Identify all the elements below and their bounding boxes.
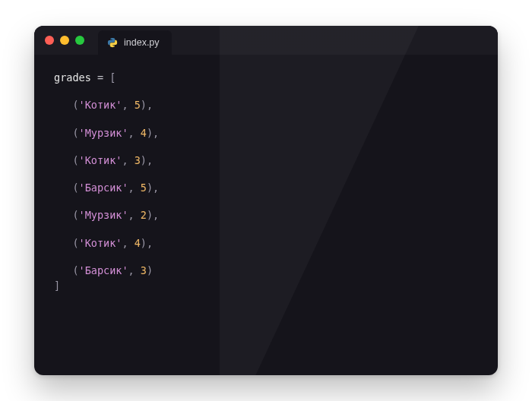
paren-open: ( [72, 154, 78, 166]
editor-window: index.py grades = [ ('Котик', 5),('Мурзи… [34, 26, 498, 375]
paren-open: ( [72, 237, 78, 249]
code-line: ] [54, 278, 478, 293]
string-literal: 'Мурзик' [79, 209, 128, 221]
paren-open: ( [72, 264, 78, 276]
code-line: ('Мурзик', 2), [54, 207, 478, 223]
code-line: grades = [ [54, 70, 478, 85]
comma-sep: , [122, 154, 134, 166]
bracket-close: ] [54, 279, 60, 292]
close-icon[interactable] [45, 36, 54, 45]
comma-sep: , [122, 99, 134, 111]
tab-index-py[interactable]: index.py [98, 30, 172, 55]
paren-open: ( [72, 127, 78, 139]
code-line: ('Барсик', 3) [54, 263, 478, 278]
comma-sep: , [128, 127, 141, 139]
code-editor[interactable]: grades = [ ('Котик', 5),('Мурзик', 4),('… [34, 55, 498, 308]
zoom-icon[interactable] [75, 36, 84, 45]
number-literal: 4 [141, 127, 147, 139]
window-controls [45, 36, 84, 45]
paren-close: ), [147, 209, 159, 221]
number-literal: 5 [135, 99, 141, 111]
code-line: ('Барсик', 5), [54, 180, 478, 195]
number-literal: 4 [135, 237, 141, 249]
python-file-icon [107, 37, 118, 48]
number-literal: 3 [135, 154, 141, 166]
paren-open: ( [72, 209, 78, 221]
number-literal: 5 [141, 182, 147, 194]
paren-close: ), [141, 154, 153, 166]
number-literal: 2 [141, 209, 147, 221]
comma-sep: , [128, 264, 141, 276]
code-line: ('Котик', 3), [54, 153, 478, 168]
code-line: ('Котик', 5), [54, 97, 478, 112]
paren-open: ( [72, 99, 78, 111]
bracket-open: [ [109, 71, 116, 84]
variable-name: grades [54, 71, 91, 84]
string-literal: 'Барсик' [79, 182, 128, 194]
titlebar: index.py [34, 26, 498, 55]
paren-close: ), [147, 182, 159, 194]
code-line: ('Мурзик', 4), [54, 125, 478, 141]
comma-sep: , [128, 182, 141, 194]
paren-close: ) [147, 264, 153, 276]
paren-close: ), [147, 127, 159, 139]
paren-close: ), [141, 237, 153, 249]
string-literal: 'Котик' [79, 154, 122, 166]
comma-sep: , [122, 237, 134, 249]
string-literal: 'Мурзик' [79, 127, 128, 139]
string-literal: 'Барсик' [79, 264, 128, 276]
comma-sep: , [128, 209, 141, 221]
code-line: ('Котик', 4), [54, 235, 478, 251]
paren-open: ( [72, 182, 78, 194]
number-literal: 3 [141, 264, 147, 276]
minimize-icon[interactable] [60, 36, 69, 45]
paren-close: ), [141, 99, 153, 111]
assign-op: = [91, 71, 109, 84]
string-literal: 'Котик' [79, 237, 122, 249]
string-literal: 'Котик' [79, 99, 122, 111]
tab-label: index.py [124, 37, 160, 48]
